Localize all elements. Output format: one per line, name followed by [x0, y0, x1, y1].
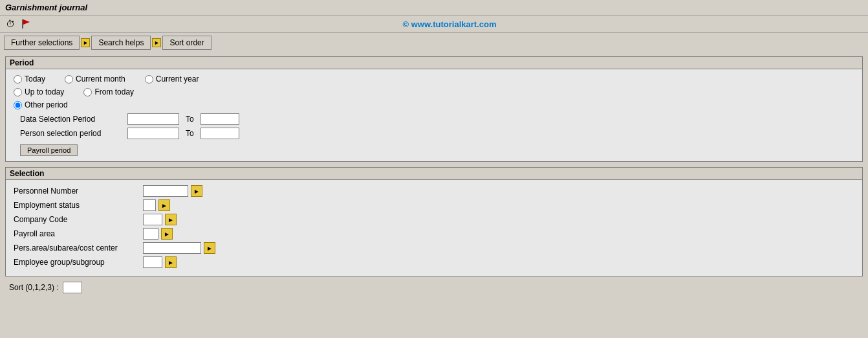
company-code-row: Company Code ►	[14, 214, 854, 225]
radio-current-month-input[interactable]	[65, 75, 73, 84]
period-radio-row3: Other period	[14, 100, 854, 109]
main-content: Period Today Current month Current year	[0, 52, 868, 297]
arrow-icon-2: ►	[152, 38, 161, 47]
employee-group-arrow[interactable]: ►	[165, 256, 177, 268]
radio-today-input[interactable]	[14, 75, 22, 84]
company-code-input[interactable]	[143, 214, 162, 225]
data-selection-period-label: Data Selection Period	[20, 115, 124, 124]
tab-sort-order[interactable]: Sort order	[162, 36, 211, 50]
personnel-number-input[interactable]	[143, 185, 188, 197]
employment-status-row: Employment status ►	[14, 199, 854, 211]
data-selection-period-to[interactable]	[201, 113, 239, 125]
personnel-number-label: Personnel Number	[14, 186, 143, 196]
tab-further-selections[interactable]: Further selections	[4, 36, 80, 50]
flag-icon[interactable]	[19, 17, 32, 30]
radio-from-today-label: From today	[94, 87, 134, 96]
employee-group-label: Employee group/subgroup	[14, 258, 143, 267]
pers-area-row: Pers.area/subarea/cost center ►	[14, 242, 854, 254]
employment-status-label: Employment status	[14, 201, 143, 210]
title-bar: Garnishment journal	[0, 0, 868, 16]
radio-current-year[interactable]: Current year	[145, 74, 199, 84]
selection-title: Selection	[6, 168, 862, 180]
data-selection-to1: To	[186, 115, 194, 124]
employee-group-input[interactable]	[143, 256, 162, 268]
sort-row: Sort (0,1,2,3) :	[5, 282, 863, 293]
radio-up-to-today-input[interactable]	[14, 88, 22, 96]
radio-other-period-input[interactable]	[14, 101, 22, 109]
period-radio-row1: Today Current month Current year	[14, 74, 854, 84]
radio-up-to-today[interactable]: Up to today	[14, 87, 64, 96]
payroll-area-label: Payroll area	[14, 229, 143, 238]
employment-status-arrow[interactable]: ►	[158, 199, 170, 211]
clock-icon[interactable]: ⏱	[4, 17, 17, 30]
employee-group-row: Employee group/subgroup ►	[14, 256, 854, 268]
radio-from-today-input[interactable]	[83, 88, 92, 96]
period-section: Period Today Current month Current year	[5, 56, 863, 162]
pers-area-label: Pers.area/subarea/cost center	[14, 243, 143, 253]
svg-rect-0	[22, 19, 23, 28]
radio-from-today[interactable]: From today	[83, 87, 134, 96]
app-title: Garnishment journal	[5, 3, 87, 12]
sort-label: Sort (0,1,2,3) :	[9, 283, 59, 292]
radio-up-to-today-label: Up to today	[25, 87, 64, 96]
sort-order-label: Sort order	[169, 38, 204, 47]
company-code-label: Company Code	[14, 215, 143, 224]
period-radio-row2: Up to today From today	[14, 87, 854, 96]
further-selections-label: Further selections	[11, 38, 72, 47]
person-selection-to: To	[186, 129, 194, 138]
radio-other-period[interactable]: Other period	[14, 100, 68, 109]
sort-input[interactable]	[63, 282, 82, 293]
radio-today-label: Today	[25, 74, 45, 84]
arrow-icon-1: ►	[81, 38, 90, 47]
data-selection-period-row: Data Selection Period To	[20, 113, 854, 125]
period-title: Period	[6, 57, 862, 69]
watermark: © www.tutorialkart.com	[35, 19, 864, 29]
pers-area-arrow[interactable]: ►	[204, 242, 215, 254]
personnel-number-arrow[interactable]: ►	[191, 185, 202, 197]
payroll-area-input[interactable]	[143, 228, 158, 240]
period-body: Today Current month Current year Up to t…	[6, 69, 862, 161]
person-selection-period-label: Person selection period	[20, 129, 124, 138]
radio-current-month[interactable]: Current month	[65, 74, 125, 84]
personnel-number-row: Personnel Number ►	[14, 185, 854, 197]
employment-status-input[interactable]	[143, 199, 156, 211]
period-fields: Data Selection Period To Person selectio…	[20, 113, 854, 139]
selection-section: Selection Personnel Number ► Employment …	[5, 167, 863, 276]
payroll-period-button[interactable]: Payroll period	[20, 144, 78, 156]
radio-today[interactable]: Today	[14, 74, 45, 84]
person-selection-period-from[interactable]	[127, 128, 179, 139]
payroll-area-row: Payroll area ►	[14, 228, 854, 240]
radio-current-year-label: Current year	[156, 74, 199, 84]
radio-other-period-label: Other period	[25, 100, 68, 109]
payroll-area-arrow[interactable]: ►	[161, 228, 173, 240]
tab-search-helps[interactable]: Search helps	[91, 36, 151, 50]
selection-body: Personnel Number ► Employment status ► C…	[6, 180, 862, 276]
person-selection-period-to[interactable]	[201, 128, 239, 139]
svg-marker-1	[23, 19, 30, 25]
radio-current-month-label: Current month	[76, 74, 125, 84]
person-selection-period-row: Person selection period To	[20, 128, 854, 139]
search-helps-label: Search helps	[98, 38, 144, 47]
data-selection-period-from[interactable]	[127, 113, 179, 125]
tab-bar: Further selections ► Search helps ► Sort…	[0, 33, 868, 52]
company-code-arrow[interactable]: ►	[165, 214, 177, 225]
radio-current-year-input[interactable]	[145, 75, 153, 84]
toolbar: ⏱ © www.tutorialkart.com	[0, 16, 868, 33]
pers-area-input[interactable]	[143, 242, 201, 254]
